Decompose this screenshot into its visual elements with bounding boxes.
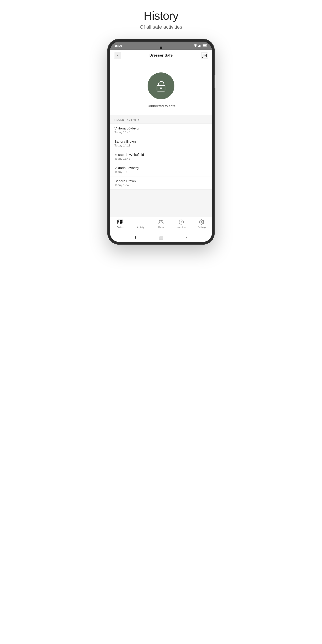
- activity-item-time: Today 13:18: [114, 170, 208, 174]
- activity-item-name: Elisabeth Whitefield: [114, 153, 208, 156]
- inventory-nav-label: Inventory: [177, 226, 186, 228]
- svg-text:€: €: [181, 221, 182, 224]
- activity-section-label: RECENT ACTIVITY: [110, 115, 212, 124]
- lock-section: Connected to safe: [110, 61, 212, 115]
- settings-nav-icon: [198, 219, 205, 225]
- users-nav-label: Users: [158, 226, 164, 228]
- app-title: Dresser Safe: [149, 53, 173, 58]
- svg-point-0: [195, 46, 196, 47]
- activity-item: Sandra Brown Today 12:48: [110, 176, 212, 190]
- svg-point-28: [201, 222, 202, 223]
- back-button[interactable]: [114, 52, 121, 59]
- nav-item-settings[interactable]: Settings: [192, 219, 212, 228]
- activity-item: Sandra Brown Today 14:18: [110, 137, 212, 150]
- nav-item-inventory[interactable]: € Inventory: [171, 219, 192, 228]
- activity-item: Viktoria Lövberg Today 14:48: [110, 124, 212, 137]
- activity-item-name: Viktoria Lövberg: [114, 166, 208, 170]
- status-time: 15:26: [114, 44, 122, 48]
- page-title: History: [140, 9, 182, 22]
- status-nav-icon: [117, 219, 124, 225]
- nav-item-status[interactable]: Status: [110, 219, 130, 228]
- android-back-btn[interactable]: ‹: [186, 236, 187, 240]
- svg-rect-7: [207, 45, 207, 46]
- page-header: History Of all safe activities: [140, 9, 182, 30]
- activity-list: Viktoria Lövberg Today 14:48 Sandra Brow…: [110, 124, 212, 217]
- activity-item-name: Sandra Brown: [114, 179, 208, 183]
- status-bar: 15:26: [110, 42, 212, 50]
- svg-rect-6: [203, 44, 206, 46]
- settings-nav-label: Settings: [198, 226, 206, 228]
- svg-point-12: [160, 87, 162, 89]
- page-subtitle: Of all safe activities: [140, 24, 182, 30]
- connected-text: Connected to safe: [146, 104, 176, 108]
- android-home-btn[interactable]: ⬜: [159, 236, 164, 240]
- activity-item-time: Today 12:48: [114, 183, 208, 187]
- activity-nav-label: Activity: [137, 226, 144, 228]
- side-button: [214, 75, 215, 88]
- activity-item-name: Sandra Brown: [114, 140, 208, 143]
- app-content: Connected to safe RECENT ACTIVITY Viktor…: [110, 61, 212, 217]
- bottom-nav: Status Activity: [110, 217, 212, 233]
- activity-nav-icon: [138, 219, 144, 225]
- activity-item-name: Viktoria Lövberg: [114, 126, 208, 130]
- chat-button[interactable]: [201, 52, 208, 59]
- status-icons: [194, 44, 208, 48]
- activity-item-time: Today 14:18: [114, 144, 208, 147]
- android-nav-bar: ⫶ ⬜ ‹: [110, 233, 212, 242]
- svg-point-25: [161, 220, 163, 222]
- activity-item: Viktoria Lövberg Today 13:18: [110, 163, 212, 176]
- lock-circle: [148, 72, 174, 99]
- signal-icon: [198, 44, 202, 48]
- wifi-icon: [194, 44, 197, 48]
- svg-rect-1: [198, 46, 199, 47]
- activity-item-time: Today 13:48: [114, 157, 208, 160]
- users-nav-icon: [158, 219, 164, 225]
- phone-screen: 15:26: [110, 42, 212, 242]
- activity-item: Elisabeth Whitefield Today 13:48: [110, 150, 212, 163]
- nav-item-users[interactable]: Users: [151, 219, 171, 228]
- phone-frame: 15:26: [107, 39, 215, 245]
- app-header: Dresser Safe: [110, 50, 212, 61]
- battery-icon: [202, 44, 208, 48]
- svg-rect-11: [157, 86, 165, 91]
- svg-rect-15: [118, 220, 119, 222]
- svg-rect-2: [199, 45, 200, 47]
- camera-notch: [160, 46, 162, 49]
- android-recent-btn[interactable]: ⫶: [134, 236, 136, 240]
- svg-rect-3: [200, 45, 200, 47]
- nav-item-activity[interactable]: Activity: [130, 219, 151, 228]
- svg-point-24: [159, 220, 161, 222]
- status-nav-label: Status: [117, 226, 123, 228]
- svg-rect-16: [118, 222, 119, 223]
- inventory-nav-icon: €: [178, 219, 184, 225]
- activity-section: RECENT ACTIVITY Viktoria Lövberg Today 1…: [110, 115, 212, 217]
- activity-item-time: Today 14:48: [114, 130, 208, 134]
- svg-rect-4: [201, 44, 202, 47]
